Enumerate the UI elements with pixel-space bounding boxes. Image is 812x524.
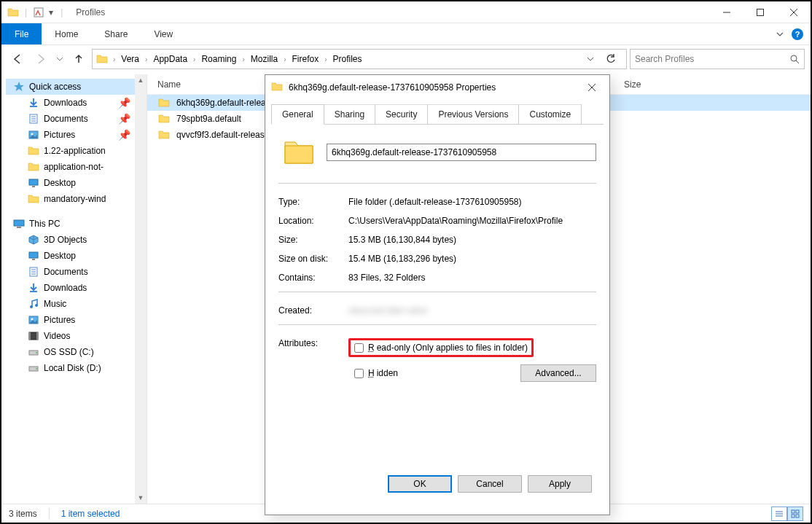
tab-previous-versions[interactable]: Previous Versions (427, 104, 519, 125)
view-details-button[interactable] (771, 507, 787, 521)
breadcrumb[interactable]: Profiles (332, 54, 364, 64)
svg-line-6 (796, 60, 799, 63)
expand-ribbon-icon[interactable] (768, 30, 792, 39)
tab-sharing[interactable]: Sharing (324, 104, 375, 125)
svg-rect-15 (32, 186, 35, 187)
sidebar-item[interactable]: Pictures (6, 312, 147, 328)
sidebar-item-label: Desktop (44, 178, 76, 188)
tab-security[interactable]: Security (375, 104, 428, 125)
sidebar-item[interactable]: Pictures📌 (6, 127, 147, 143)
nav-pane: Quick access Downloads📌Documents📌Picture… (1, 74, 147, 504)
sidebar-item[interactable]: Downloads (6, 280, 147, 296)
svg-rect-17 (17, 227, 21, 228)
readonly-checkbox[interactable] (354, 343, 364, 353)
address-row: › Vera › AppData › Roaming › Mozilla › F… (1, 45, 811, 73)
svg-rect-2 (757, 9, 764, 15)
sidebar-item[interactable]: 1.22-application (6, 143, 147, 159)
chevron-right-icon[interactable]: › (281, 55, 289, 63)
hidden-checkbox-label[interactable]: Hidden (348, 368, 398, 378)
folder-icon (157, 96, 171, 109)
sidebar-item[interactable]: 3D Objects (6, 232, 147, 248)
prop-contains-label: Contains: (278, 273, 348, 283)
ok-button[interactable]: OK (388, 475, 452, 493)
dialog-tabs: General Sharing Security Previous Versio… (265, 100, 609, 125)
desktop-icon (28, 177, 39, 189)
breadcrumb[interactable]: Roaming (200, 54, 238, 64)
sidebar-item[interactable]: OS SSD (C:) (6, 344, 147, 360)
drive-icon (28, 362, 39, 374)
document-icon (28, 266, 39, 278)
address-bar[interactable]: › Vera › AppData › Roaming › Mozilla › F… (92, 49, 627, 69)
maximize-button[interactable] (743, 1, 777, 23)
file-name: 79spbt9a.default (176, 114, 241, 124)
breadcrumb[interactable]: Vera (120, 54, 141, 64)
readonly-checkbox-label[interactable]: Read-only (Only applies to files in fold… (354, 343, 528, 353)
nav-back-button[interactable] (7, 49, 28, 69)
chevron-right-icon[interactable]: › (190, 55, 198, 63)
breadcrumb[interactable]: Mozilla (249, 54, 279, 64)
ribbon-tab-home[interactable]: Home (42, 23, 91, 44)
sidebar-item[interactable]: Downloads📌 (6, 95, 147, 111)
scroll-up-icon[interactable]: ▲ (135, 74, 147, 86)
svg-rect-16 (14, 220, 24, 226)
svg-point-25 (30, 305, 33, 308)
qat-dropdown-icon[interactable]: ▾ (47, 7, 55, 17)
close-button[interactable] (777, 1, 811, 23)
view-large-icons-button[interactable] (787, 507, 803, 521)
help-icon[interactable]: ? (792, 28, 803, 40)
svg-rect-40 (796, 510, 799, 513)
breadcrumb[interactable]: Firefox (290, 54, 320, 64)
svg-rect-31 (36, 332, 38, 340)
sidebar-item[interactable]: Desktop (6, 248, 147, 264)
dialog-titlebar[interactable]: 6khq369g.default-release-1737610905958 P… (265, 75, 609, 100)
explorer-window: | ▾ | Profiles File Home Share View ? (0, 0, 812, 524)
3d-icon (28, 234, 39, 246)
tab-general[interactable]: General (271, 104, 324, 125)
breadcrumb[interactable]: AppData (152, 54, 189, 64)
search-icon (789, 54, 800, 64)
scroll-down-icon[interactable]: ▼ (135, 492, 147, 504)
sidebar-item[interactable]: Documents (6, 264, 147, 280)
sidebar-item[interactable]: application-not- (6, 159, 147, 175)
sidebar-item-label: mandatory-wind (44, 194, 106, 204)
sidebar-item[interactable]: mandatory-wind (6, 191, 147, 207)
sidebar-this-pc[interactable]: This PC (6, 216, 147, 232)
addr-dropdown-icon[interactable] (587, 55, 604, 63)
prop-size-value: 15.3 MB (16,130,844 bytes) (348, 235, 596, 245)
hidden-checkbox[interactable] (354, 369, 364, 378)
nav-up-button[interactable] (69, 49, 89, 69)
folder-name-input[interactable] (327, 144, 596, 161)
folder-large-icon (283, 136, 315, 168)
sidebar-item[interactable]: Desktop (6, 175, 147, 191)
nav-recent-dropdown[interactable] (54, 49, 66, 69)
sidebar-scrollbar[interactable]: ▲ ▼ (135, 74, 147, 504)
apply-button[interactable]: Apply (528, 475, 592, 493)
qat-properties-icon[interactable] (33, 7, 44, 18)
sidebar-item[interactable]: Local Disk (D:) (6, 360, 147, 376)
sidebar-item[interactable]: Videos (6, 328, 147, 344)
svg-rect-39 (792, 510, 795, 513)
cancel-button[interactable]: Cancel (458, 475, 522, 493)
ribbon-tab-view[interactable]: View (141, 23, 186, 44)
sidebar-item[interactable]: Music (6, 296, 147, 312)
refresh-icon[interactable] (606, 54, 623, 64)
chevron-right-icon[interactable]: › (239, 55, 247, 63)
ribbon-file-tab[interactable]: File (1, 23, 42, 44)
prop-created-value: obscured date value (348, 305, 596, 316)
chevron-right-icon[interactable]: › (321, 55, 329, 63)
search-input[interactable]: Search Profiles (630, 49, 805, 69)
dialog-close-button[interactable] (580, 76, 604, 99)
chevron-right-icon[interactable]: › (142, 55, 150, 63)
advanced-button[interactable]: Advanced... (520, 364, 596, 382)
chevron-right-icon[interactable]: › (110, 55, 118, 63)
minimize-button[interactable] (710, 1, 743, 23)
qat-separator: | (22, 7, 30, 17)
tab-customize[interactable]: Customize (518, 104, 582, 125)
prop-location-label: Location: (278, 216, 348, 226)
ribbon-tab-share[interactable]: Share (91, 23, 141, 44)
col-size[interactable]: Size (624, 79, 682, 90)
sidebar-quick-access[interactable]: Quick access (6, 79, 147, 95)
nav-forward-button[interactable] (31, 49, 51, 69)
sidebar-item[interactable]: Documents📌 (6, 111, 147, 127)
sidebar-item-label: application-not- (44, 162, 104, 172)
